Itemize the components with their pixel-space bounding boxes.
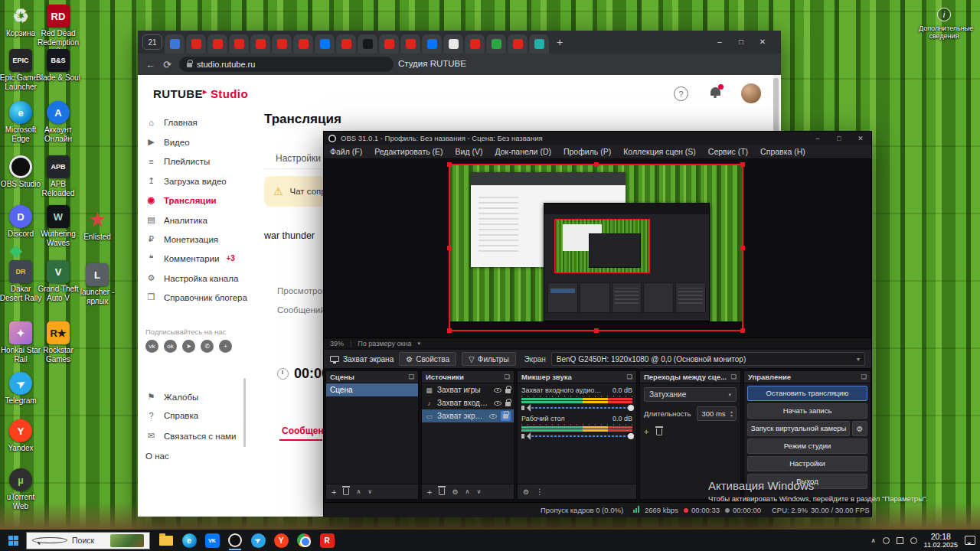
menu-item[interactable]: Справка (H) bbox=[754, 147, 812, 156]
desktop-icon-telegram[interactable]: ➤ Telegram bbox=[0, 372, 43, 406]
start-button[interactable] bbox=[0, 530, 26, 551]
sidebar-item-comments[interactable]: ❝Комментарии+3 bbox=[145, 253, 249, 263]
trash-icon[interactable] bbox=[343, 488, 349, 495]
sidebar-item-blogger-guide[interactable]: ❒Справочник блогера bbox=[145, 292, 249, 302]
desktop-icon-apb[interactable]: APB APB Reloaded bbox=[36, 155, 80, 197]
browser-tab[interactable] bbox=[165, 34, 185, 54]
sidebar-item-streams[interactable]: ◉Трансляции bbox=[145, 195, 249, 205]
new-tab-button[interactable]: + bbox=[551, 34, 568, 51]
tab-counter[interactable]: 21 bbox=[142, 34, 162, 50]
menu-item[interactable]: Сервис (T) bbox=[702, 147, 754, 156]
battery-icon[interactable] bbox=[910, 537, 917, 544]
volume-slider[interactable] bbox=[531, 435, 632, 437]
tab-settings[interactable]: Настройки bbox=[276, 153, 321, 164]
spinner-arrows-icon[interactable]: ▲▼ bbox=[730, 410, 736, 418]
desktop-icon-gta5[interactable]: V Grand Theft Auto V bbox=[36, 260, 80, 302]
close-icon[interactable]: ✕ bbox=[752, 33, 773, 50]
desktop-icon-yandex[interactable]: Y Yandex bbox=[0, 419, 43, 453]
taskbar-icon-yandex[interactable]: Y bbox=[270, 530, 292, 551]
browser-tab[interactable] bbox=[465, 34, 485, 54]
maximize-icon[interactable]: □ bbox=[730, 33, 752, 50]
up-icon[interactable]: ∧ bbox=[356, 488, 361, 495]
taskbar-icon-explorer[interactable] bbox=[155, 530, 178, 551]
close-icon[interactable]: ✕ bbox=[850, 132, 871, 145]
add-icon[interactable]: + bbox=[332, 487, 336, 497]
menu-item[interactable]: Коллекция сцен (S) bbox=[617, 147, 702, 156]
up-icon[interactable]: ∧ bbox=[466, 488, 470, 495]
taskbar-search[interactable]: Поиск bbox=[26, 532, 150, 549]
browser-tab[interactable] bbox=[207, 34, 227, 54]
resize-handle[interactable] bbox=[740, 246, 745, 250]
scenes-dock-header[interactable]: Сцены❏ bbox=[326, 371, 418, 383]
sidebar-scrollbar[interactable] bbox=[243, 378, 246, 447]
taskbar-icon-obs[interactable] bbox=[224, 530, 247, 551]
more-social-icon[interactable]: + bbox=[219, 340, 232, 353]
sidebar-item-help[interactable]: ?Справка bbox=[145, 411, 249, 420]
taskbar-icon-telegram[interactable]: ➤ bbox=[247, 530, 270, 551]
browser-tab[interactable] bbox=[250, 34, 270, 54]
obs-titlebar[interactable]: OBS 31.0.1 - Профиль: Без названия - Сце… bbox=[324, 132, 871, 145]
taskbar-icon-rutube[interactable]: R bbox=[315, 530, 338, 551]
resize-handle[interactable] bbox=[740, 162, 745, 167]
source-row-selected[interactable]: ▭Захват экрана bbox=[422, 409, 514, 422]
trash-icon[interactable] bbox=[656, 429, 662, 435]
resize-handle[interactable] bbox=[447, 246, 452, 250]
browser-tab[interactable] bbox=[229, 34, 249, 54]
sidebar-item-about[interactable]: О нас bbox=[145, 452, 249, 461]
browser-tab[interactable] bbox=[336, 34, 356, 54]
controls-dock-header[interactable]: Управление❏ bbox=[744, 371, 871, 383]
resize-handle[interactable] bbox=[594, 162, 599, 167]
browser-tab[interactable] bbox=[186, 34, 206, 54]
sidebar-item-monetization[interactable]: ₽Монетизация bbox=[145, 234, 249, 244]
eye-icon[interactable] bbox=[494, 388, 501, 393]
speaker-icon[interactable] bbox=[521, 406, 524, 410]
studio-mode-button[interactable]: Режим студии bbox=[747, 439, 867, 454]
down-icon[interactable]: ∨ bbox=[476, 488, 481, 495]
taskbar-icon-chrome[interactable] bbox=[292, 530, 315, 551]
transition-select[interactable]: Затухание▾ bbox=[644, 387, 737, 402]
browser-tab[interactable] bbox=[315, 34, 335, 54]
preview-canvas[interactable] bbox=[449, 164, 743, 331]
menu-item[interactable]: Док-панели (D) bbox=[489, 147, 557, 156]
telegram-social-icon[interactable]: ➤ bbox=[182, 340, 195, 353]
maximize-icon[interactable]: □ bbox=[828, 132, 850, 145]
vk-icon[interactable]: vk bbox=[145, 340, 158, 353]
desktop-icon-rockstar[interactable]: R★ Rockstar Games bbox=[36, 321, 80, 364]
phone-icon[interactable]: ✆ bbox=[201, 340, 214, 353]
sidebar-item-playlists[interactable]: ≡Плейлисты bbox=[145, 157, 249, 166]
sidebar-item-analytics[interactable]: ▤Аналитика bbox=[145, 215, 249, 225]
notifications-bell-icon[interactable] bbox=[710, 87, 720, 96]
trash-icon[interactable] bbox=[439, 488, 445, 495]
minimize-icon[interactable]: – bbox=[807, 132, 828, 145]
resize-handle[interactable] bbox=[447, 162, 452, 167]
taskbar-icon-edge[interactable]: e bbox=[178, 530, 201, 551]
sources-dock-header[interactable]: Источники❏ bbox=[422, 371, 514, 383]
desktop-icon-wuthering-waves[interactable]: W Wuthering Waves bbox=[36, 205, 80, 247]
source-row[interactable]: ♪Захват входног bbox=[422, 396, 514, 409]
browser-tab[interactable] bbox=[272, 34, 292, 54]
browser-tab[interactable] bbox=[379, 34, 399, 54]
desktop-icon-account[interactable]: A Аккаунт Онлайн bbox=[36, 101, 80, 143]
virtual-camera-button[interactable]: Запуск виртуальной камеры bbox=[747, 421, 850, 436]
sidebar-item-contact[interactable]: ✉Связаться с нами bbox=[145, 431, 249, 441]
browser-tab[interactable] bbox=[508, 34, 528, 54]
taskbar-icon-vk[interactable]: VK bbox=[201, 530, 224, 551]
mixer-dock-header[interactable]: Микшер звука❏ bbox=[518, 371, 636, 383]
menu-item[interactable]: Вид (V) bbox=[449, 147, 489, 156]
help-icon[interactable]: ? bbox=[674, 86, 688, 101]
minimize-icon[interactable]: – bbox=[709, 33, 730, 50]
network-icon[interactable] bbox=[883, 537, 890, 544]
browser-tab[interactable] bbox=[486, 34, 506, 54]
eye-icon[interactable] bbox=[494, 401, 501, 406]
volume-slider[interactable] bbox=[531, 407, 632, 409]
rutube-studio-logo[interactable]: RUTUBE▸Studio bbox=[153, 87, 248, 100]
sidebar-item-channel-settings[interactable]: ⚙Настройка канала bbox=[145, 273, 249, 283]
gear-icon[interactable]: ⚙ bbox=[523, 488, 529, 496]
eye-icon[interactable] bbox=[489, 414, 497, 419]
menu-item[interactable]: Профиль (P) bbox=[557, 147, 617, 156]
sidebar-item-home[interactable]: ⌂Главная bbox=[145, 118, 249, 127]
more-icon[interactable]: ⋮ bbox=[536, 487, 544, 496]
browser-tab[interactable] bbox=[529, 34, 549, 54]
desktop-icon-enlisted[interactable]: ★ Enlisted bbox=[75, 208, 119, 242]
lock-icon[interactable] bbox=[505, 389, 511, 393]
